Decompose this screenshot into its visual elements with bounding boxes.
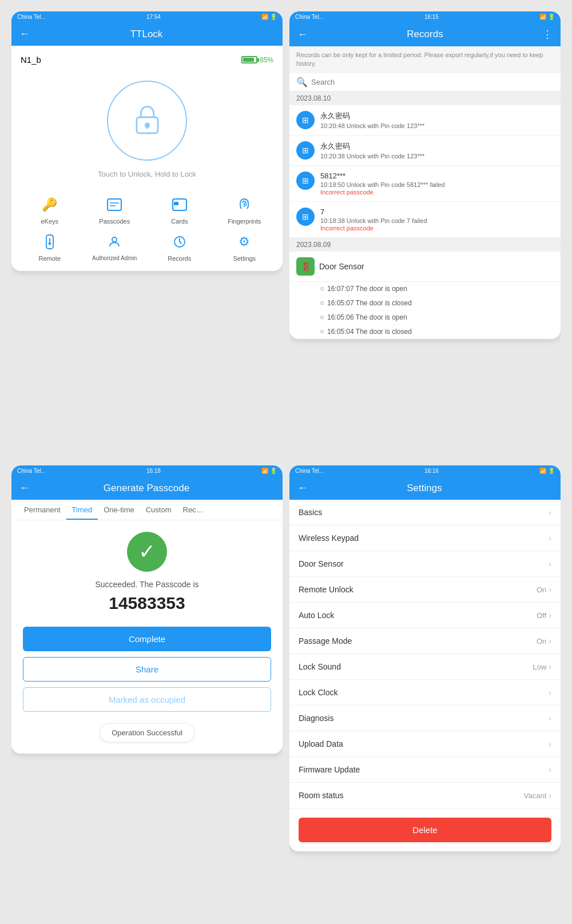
room-status-value: Vacant (524, 791, 547, 800)
passcode-tabs: Permanent Timed One-time Custom Recurrin… (11, 500, 283, 520)
passcodes-icon (104, 194, 125, 215)
settings-label-auto-lock: Auto Lock (299, 611, 334, 620)
tab-recurring[interactable]: Recurrin... (177, 500, 212, 520)
chevron-door-sensor: › (549, 559, 551, 568)
settings-item-diagnosis[interactable]: Diagnosis › (289, 706, 561, 731)
record-name-2: 永久密码 (320, 141, 554, 152)
tab-timed[interactable]: Timed (66, 500, 98, 520)
share-button[interactable]: Share (23, 657, 271, 682)
status-icons-2: 📶 🔋 (539, 14, 555, 20)
settings-label-lock-sound: Lock Sound (299, 662, 341, 671)
settings-item-firmware-update[interactable]: Firmware Update › (289, 757, 561, 783)
settings-item-auto-lock[interactable]: Auto Lock Off› (289, 603, 561, 628)
battery-indicator: 85% (241, 56, 273, 64)
back-button-2[interactable]: ← (297, 29, 308, 41)
settings-item-room-status[interactable]: Room status Vacant› (289, 783, 561, 808)
svg-point-11 (112, 237, 117, 242)
settings-right-wireless-keypad: › (549, 533, 551, 543)
door-dot-2 (320, 301, 324, 305)
ekeys-icon: 🔑 (39, 194, 60, 215)
lock-svg (129, 102, 166, 140)
settings-item-passage-mode[interactable]: Passage Mode On› (289, 628, 561, 654)
device-name-row: N1_b 85% (21, 55, 273, 65)
remote-unlock-value: On (537, 586, 546, 594)
record-name-4: 7 (320, 208, 554, 216)
menu-item-fingerprints[interactable]: Fingerprints (216, 194, 274, 225)
search-input[interactable] (311, 78, 554, 86)
more-options-icon[interactable]: ⋮ (542, 28, 553, 41)
back-button-1[interactable]: ← (19, 28, 30, 40)
carrier-3: China Tel... (17, 468, 46, 474)
svg-rect-2 (146, 125, 148, 129)
record-error-4: Incorrect passcode (320, 225, 554, 232)
svg-rect-7 (174, 202, 178, 205)
search-bar[interactable]: 🔍 (289, 73, 561, 91)
ekeys-label: eKeys (41, 218, 58, 225)
back-button-3[interactable]: ← (19, 482, 30, 494)
menu-item-records[interactable]: Records (150, 232, 209, 262)
door-dot-1 (320, 287, 324, 290)
screen2-title: Records (308, 29, 542, 40)
tab-custom[interactable]: Custom (140, 500, 177, 520)
chevron-diagnosis: › (549, 714, 551, 723)
operation-toast: Operation Successful (100, 723, 194, 742)
chevron-room-status: › (549, 791, 551, 800)
delete-button[interactable]: Delete (299, 818, 551, 842)
settings-right-remote-unlock: On› (537, 585, 551, 594)
menu-item-settings[interactable]: ⚙ Settings (216, 232, 274, 262)
chevron-remote-unlock: › (549, 585, 551, 594)
record-item-1: ⊞ 永久密码 10:20:48 Unlock with Pin code 123… (289, 105, 561, 136)
tab-permanent[interactable]: Permanent (18, 500, 66, 520)
settings-item-upload-data[interactable]: Upload Data › (289, 731, 561, 757)
battery-fill (243, 58, 254, 62)
back-button-4[interactable]: ← (297, 482, 308, 494)
menu-item-cards[interactable]: Cards (150, 194, 209, 225)
date-header-1: 2023.08.10 (289, 91, 561, 105)
settings-list: Basics › Wireless Keypad › Door Sensor ›… (289, 500, 561, 808)
screen3-frame: China Tel... 16:18 📶 🔋 ← Generate Passco… (11, 465, 283, 754)
settings-item-basics[interactable]: Basics › (289, 500, 561, 525)
settings-right-passage-mode: On› (537, 636, 551, 646)
settings-item-door-sensor[interactable]: Door Sensor › (289, 551, 561, 577)
settings-right-basics: › (549, 508, 551, 517)
record-content-2: 永久密码 10:20:38 Unlock with Pin code 123**… (320, 141, 554, 160)
passcodes-label: Passcodes (99, 218, 130, 225)
screen1-frame: China Tel... 17:54 📶 🔋 ← TTLock N1_b 85% (11, 11, 283, 271)
success-circle: ✓ (127, 532, 167, 572)
battery-bar (241, 56, 257, 63)
record-name-1: 永久密码 (320, 111, 554, 121)
header-bar-2: ← Records ⋮ (289, 22, 561, 46)
menu-grid: 🔑 eKeys Passcodes Cards (21, 194, 273, 262)
record-time-1: 10:20:48 Unlock with Pin code 123*** (320, 122, 554, 129)
svg-point-10 (49, 243, 50, 245)
battery-icon-3: 🔋 (270, 468, 277, 474)
svg-rect-3 (108, 199, 121, 210)
settings-item-lock-clock[interactable]: Lock Clock › (289, 680, 561, 706)
complete-button[interactable]: Complete (23, 627, 271, 651)
lock-button[interactable] (107, 81, 187, 161)
status-icons-1: 📶 🔋 (261, 14, 277, 20)
menu-item-passcodes[interactable]: Passcodes (86, 194, 144, 225)
settings-item-wireless-keypad[interactable]: Wireless Keypad › (289, 525, 561, 551)
settings-item-remote-unlock[interactable]: Remote Unlock On› (289, 577, 561, 603)
settings-label-basics: Basics (299, 508, 322, 517)
door-entry-1: 16:07:07 The door is open (289, 282, 561, 296)
header-bar-1: ← TTLock (11, 22, 283, 46)
chevron-firmware-update: › (549, 765, 551, 774)
battery-icon: 🔋 (270, 14, 277, 20)
chevron-lock-clock: › (549, 688, 551, 697)
tab-onetime[interactable]: One-time (98, 500, 140, 520)
records-label: Records (168, 255, 191, 262)
screen2-frame: China Tel... 16:15 📶 🔋 ← Records ⋮ Recor… (289, 11, 561, 339)
menu-item-remote[interactable]: Remote (21, 232, 79, 262)
status-bar-2: China Tel... 16:15 📶 🔋 (289, 11, 561, 22)
menu-item-authorized-admin[interactable]: Authorized Admin (86, 232, 144, 262)
settings-label-door-sensor: Door Sensor (299, 559, 344, 568)
status-icons-4: 📶 🔋 (539, 468, 555, 474)
settings-right-diagnosis: › (549, 714, 551, 723)
marked-as-occupied-button[interactable]: Marked as occupied (23, 687, 271, 712)
menu-item-ekeys[interactable]: 🔑 eKeys (21, 194, 79, 225)
screen4-title: Settings (308, 483, 541, 494)
settings-item-lock-sound[interactable]: Lock Sound Low› (289, 654, 561, 680)
cards-label: Cards (171, 218, 188, 225)
